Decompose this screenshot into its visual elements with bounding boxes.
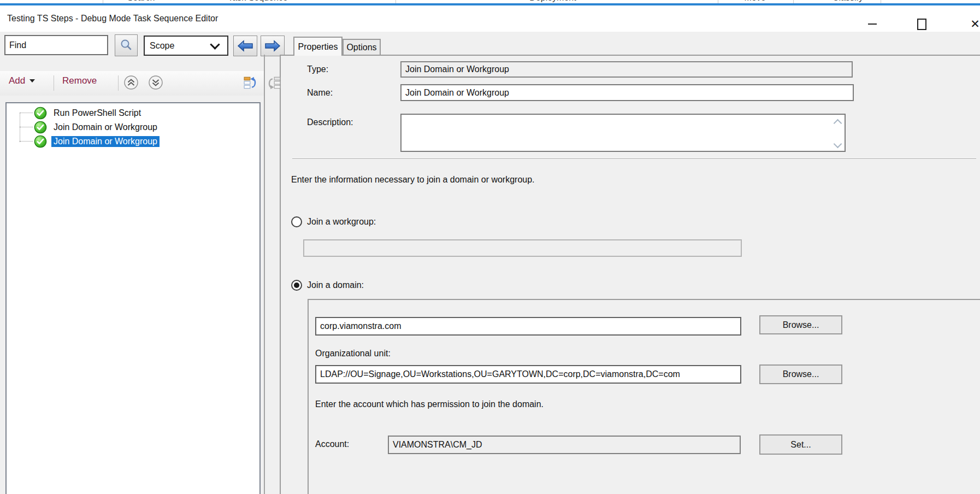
- add-step-button[interactable]: Add: [9, 75, 35, 86]
- set-account-label: Set...: [790, 440, 811, 450]
- search-button[interactable]: [115, 34, 138, 56]
- minimize-button[interactable]: [863, 16, 882, 32]
- organizational-unit-label: Organizational unit:: [315, 349, 391, 358]
- reorder-steps-disabled-icon: [265, 75, 281, 91]
- success-check-icon: [34, 121, 47, 134]
- type-field: Join Domain or Workgroup: [400, 61, 853, 78]
- close-button[interactable]: ✕: [966, 16, 980, 32]
- set-account-button[interactable]: Set...: [759, 434, 842, 455]
- chevron-double-up-icon: [123, 75, 139, 90]
- tree-item-label: Join Domain or Workgroup: [51, 122, 160, 133]
- chevron-double-down-icon: [148, 75, 163, 90]
- ou-browse-button[interactable]: Browse...: [759, 364, 842, 384]
- tab-properties-label: Properties: [298, 42, 338, 52]
- account-instruction-text: Enter the account which has permission t…: [315, 399, 544, 409]
- instruction-text: Enter the information necessary to join …: [291, 175, 535, 185]
- collapse-all-button[interactable]: [123, 75, 139, 92]
- ribbon-group-label: Search: [127, 0, 155, 3]
- step-toolbar: Add Remove: [0, 71, 264, 96]
- arrow-right-icon: [264, 40, 281, 52]
- toolbar-separator: [118, 75, 119, 91]
- maximize-icon: [917, 19, 926, 30]
- description-label: Description:: [307, 117, 353, 127]
- ribbon-group-label: Deployment: [529, 0, 576, 3]
- find-input[interactable]: [4, 35, 108, 55]
- tree-item-selected[interactable]: Join Domain or Workgroup: [7, 134, 287, 149]
- ribbon-group-label: Move: [744, 0, 765, 3]
- account-value: VIAMONSTRA\CM_JD: [393, 440, 482, 450]
- join-workgroup-label[interactable]: Join a workgroup:: [307, 217, 376, 227]
- remove-step-button[interactable]: Remove: [62, 75, 97, 86]
- find-next-button[interactable]: [261, 36, 285, 56]
- tab-properties[interactable]: Properties: [293, 37, 343, 56]
- expand-all-button[interactable]: [148, 75, 163, 92]
- tree-item[interactable]: Join Domain or Workgroup: [7, 120, 287, 134]
- scope-dropdown[interactable]: Scope: [144, 36, 228, 56]
- arrow-left-icon: [237, 40, 253, 52]
- join-domain-label[interactable]: Join a domain:: [307, 280, 364, 290]
- move-step-button[interactable]: [244, 75, 259, 93]
- ou-browse-label: Browse...: [783, 369, 819, 379]
- window-title: Testing TS Steps - Debug Mode Task Seque…: [7, 5, 218, 32]
- maximize-button[interactable]: [912, 16, 931, 32]
- join-workgroup-radio[interactable]: [291, 216, 302, 227]
- organizational-unit-input[interactable]: [315, 365, 741, 384]
- move-step-disabled-button: [265, 75, 281, 93]
- domain-input[interactable]: [315, 317, 741, 336]
- join-domain-radio[interactable]: [291, 280, 302, 291]
- name-input[interactable]: [400, 84, 854, 101]
- tab-options-label: Options: [346, 43, 376, 52]
- remove-step-label: Remove: [62, 75, 97, 86]
- success-check-icon: [34, 135, 47, 148]
- success-check-icon: [34, 107, 47, 120]
- tab-options[interactable]: Options: [343, 39, 381, 55]
- chevron-down-icon: [210, 39, 220, 49]
- tree-item[interactable]: Run PowerShell Script: [7, 106, 287, 120]
- description-textarea[interactable]: [400, 114, 846, 152]
- dropdown-caret-icon: [29, 79, 35, 83]
- tree-item-label: Join Domain or Workgroup: [51, 136, 160, 147]
- add-step-label: Add: [9, 75, 25, 86]
- ribbon-group-label: Classify: [833, 0, 863, 3]
- title-bar: Testing TS Steps - Debug Mode Task Seque…: [0, 5, 980, 32]
- task-sequence-editor-window: Search Task Sequence Deployment Move Cla…: [0, 0, 980, 494]
- account-label: Account:: [315, 439, 349, 449]
- type-label: Type:: [307, 64, 328, 74]
- account-field: VIAMONSTRA\CM_JD: [388, 436, 741, 454]
- section-divider: [292, 159, 976, 160]
- find-previous-button[interactable]: [233, 36, 257, 56]
- workgroup-input: [303, 239, 742, 257]
- search-icon: [120, 39, 133, 52]
- domain-browse-button[interactable]: Browse...: [759, 315, 842, 334]
- minimize-icon: [868, 23, 877, 25]
- domain-browse-label: Browse...: [783, 320, 819, 330]
- ribbon-group-label: Task Sequence: [228, 0, 287, 3]
- type-value: Join Domain or Workgroup: [405, 64, 509, 74]
- scope-dropdown-value: Scope: [145, 41, 211, 51]
- close-icon: ✕: [970, 16, 980, 32]
- toolbar-separator: [54, 75, 54, 91]
- tree-item-label: Run PowerShell Script: [51, 108, 143, 119]
- name-label: Name:: [307, 88, 333, 98]
- reorder-steps-icon: [244, 75, 259, 91]
- task-sequence-tree: Run PowerShell Script Join Domain or Wor…: [5, 102, 261, 494]
- panel-splitter[interactable]: [264, 55, 265, 494]
